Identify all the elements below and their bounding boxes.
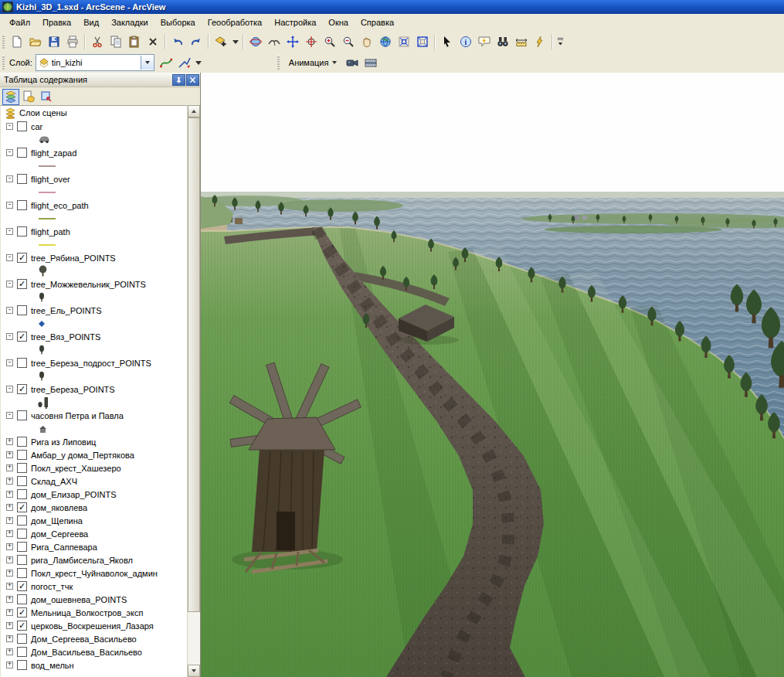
layer-checkbox[interactable]: ✓: [17, 581, 27, 591]
layer-checkbox[interactable]: [17, 634, 27, 644]
pin-icon[interactable]: [172, 74, 185, 86]
layer-name[interactable]: tree_Вяз_POINTS: [31, 332, 100, 342]
layer-combo-dropdown[interactable]: [141, 56, 154, 70]
layer-checkbox[interactable]: [17, 515, 27, 526]
collapse-box[interactable]: -: [6, 123, 13, 130]
scroll-up-button[interactable]: [188, 105, 200, 117]
menu-item-selection[interactable]: Выборка: [154, 15, 202, 29]
menu-item-file[interactable]: Файл: [3, 15, 36, 29]
layer-checkbox[interactable]: [17, 200, 27, 210]
collapse-box[interactable]: -: [6, 386, 13, 393]
layer-name[interactable]: Склад_АХЧ: [31, 477, 77, 486]
layer-name[interactable]: Рига_Саппевара: [31, 543, 97, 552]
title-bar[interactable]: Kizhi_3D_1.sxd - ArcScene - ArcView: [0, 0, 784, 14]
layer-name[interactable]: tree_Береза_подрост_POINTS: [31, 359, 151, 368]
layer-name[interactable]: церковь_Воскрешения_Лазаря: [31, 621, 154, 631]
layer-name[interactable]: tree_Береза_POINTS: [31, 385, 115, 394]
layer-name[interactable]: Покл_крест_Хашезеро: [31, 464, 121, 473]
layer-name[interactable]: часовня Петра и Павла: [31, 411, 124, 420]
layer-symbol[interactable]: [1, 369, 187, 383]
expand-box[interactable]: +: [6, 504, 13, 511]
layer-name[interactable]: Амбар_у дома_Пертякова: [31, 451, 134, 460]
expand-box[interactable]: +: [6, 438, 13, 445]
copy-icon[interactable]: [107, 32, 125, 51]
expand-box[interactable]: +: [6, 648, 13, 655]
zoom-out-icon[interactable]: [339, 32, 358, 51]
steepest-path-icon[interactable]: [175, 53, 194, 72]
layer-name[interactable]: погост_тчк: [31, 582, 73, 591]
collapse-box[interactable]: -: [6, 202, 13, 209]
layer-checkbox[interactable]: [17, 148, 27, 158]
layer-checkbox[interactable]: [17, 489, 27, 499]
layer-symbol[interactable]: [1, 133, 187, 146]
layer-name[interactable]: flight_over: [31, 175, 70, 184]
collapse-box[interactable]: -: [6, 228, 13, 235]
layer-symbol[interactable]: [1, 291, 187, 304]
layer-checkbox[interactable]: [17, 542, 27, 552]
expand-box[interactable]: +: [6, 478, 13, 485]
list-by-source-icon[interactable]: [20, 89, 37, 105]
target-icon[interactable]: [302, 32, 321, 51]
scroll-down-button[interactable]: [188, 665, 200, 677]
expand-box[interactable]: +: [6, 491, 13, 498]
open-icon[interactable]: [26, 32, 45, 51]
fly-icon[interactable]: [265, 32, 283, 51]
layer-name[interactable]: tree_Можжевельник_POINTS: [31, 280, 146, 289]
toc-root[interactable]: Слои сцены: [1, 106, 187, 120]
layer-checkbox[interactable]: [17, 463, 27, 473]
collapse-box[interactable]: -: [6, 281, 13, 287]
fixed-zoom-out-icon[interactable]: [413, 32, 432, 51]
expand-box[interactable]: +: [6, 556, 13, 563]
layer-name[interactable]: вод_мельн: [31, 661, 74, 670]
overflow-icon[interactable]: [555, 32, 565, 51]
layer-checkbox[interactable]: [17, 476, 27, 486]
layer-checkbox[interactable]: [17, 358, 27, 368]
layer-name[interactable]: flight_eco_path: [31, 201, 89, 210]
expand-box[interactable]: +: [6, 530, 13, 537]
undo-icon[interactable]: [168, 32, 187, 51]
layer-name[interactable]: дом_Сергеева: [31, 529, 88, 539]
menu-item-windows[interactable]: Окна: [322, 15, 355, 29]
interpolate-line-icon[interactable]: [157, 53, 175, 72]
layer-checkbox[interactable]: ✓: [17, 607, 27, 617]
html-popup-icon[interactable]: [475, 32, 494, 51]
hyperlink-icon[interactable]: [531, 32, 549, 51]
expand-box[interactable]: +: [6, 583, 13, 590]
film-icon[interactable]: [361, 53, 380, 72]
layer-checkbox[interactable]: [17, 660, 27, 670]
dropdown-icon[interactable]: [230, 32, 240, 51]
layer-name[interactable]: Дом_Васильева_Васильево: [31, 648, 142, 657]
layer-symbol[interactable]: [1, 238, 187, 251]
camera-icon[interactable]: [343, 53, 361, 72]
layer-checkbox[interactable]: ✓: [17, 332, 27, 342]
collapse-box[interactable]: -: [6, 333, 13, 340]
scene-viewport[interactable]: [201, 73, 784, 677]
layer-checkbox[interactable]: [17, 594, 27, 604]
layer-checkbox[interactable]: ✓: [17, 253, 27, 263]
orbit-icon[interactable]: [283, 32, 302, 51]
menu-item-edit[interactable]: Правка: [36, 15, 77, 29]
layer-checkbox[interactable]: [17, 121, 27, 131]
layer-name[interactable]: дом_яковлева: [31, 503, 87, 512]
find-icon[interactable]: [494, 32, 512, 51]
list-by-drawing-order-icon[interactable]: [2, 89, 19, 105]
expand-box[interactable]: +: [6, 596, 13, 603]
layer-name[interactable]: дом_Щепина: [31, 516, 83, 526]
collapse-box[interactable]: -: [6, 359, 13, 366]
collapse-box[interactable]: -: [6, 412, 13, 419]
pan-icon[interactable]: [358, 32, 376, 51]
identify-icon[interactable]: i: [456, 32, 475, 51]
scroll-thumb[interactable]: [188, 117, 200, 612]
expand-box[interactable]: +: [6, 609, 13, 616]
layer-checkbox[interactable]: ✓: [17, 621, 27, 631]
expand-box[interactable]: +: [6, 451, 13, 458]
paste-icon[interactable]: [125, 32, 144, 51]
layer-name[interactable]: flight_path: [31, 227, 70, 236]
expand-box[interactable]: +: [6, 570, 13, 577]
layer-checkbox[interactable]: [17, 555, 27, 565]
layer-checkbox[interactable]: [17, 305, 27, 315]
layer-checkbox[interactable]: ✓: [17, 279, 27, 289]
layer-checkbox[interactable]: [17, 226, 27, 236]
measure-icon[interactable]: [512, 32, 531, 51]
close-icon[interactable]: [186, 74, 199, 86]
